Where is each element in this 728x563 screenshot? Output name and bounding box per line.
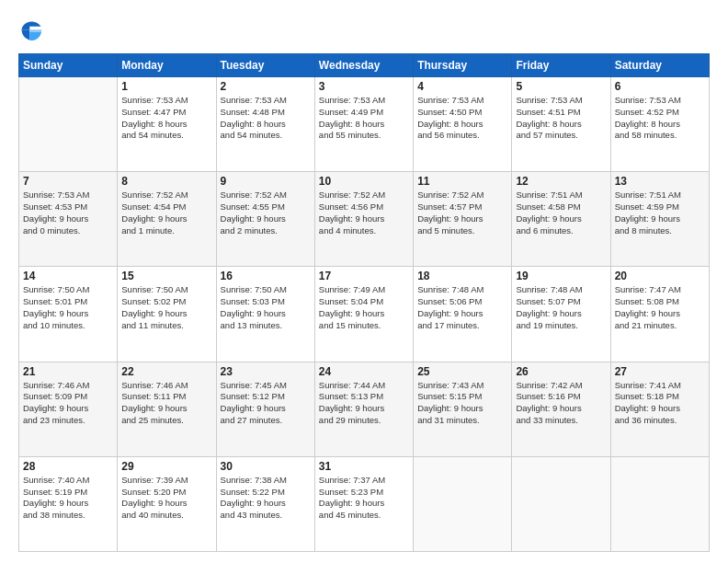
day-info: Sunrise: 7:45 AM Sunset: 5:12 PM Dayligh… [221, 380, 311, 427]
day-number: 28 [23, 460, 113, 473]
calendar-weekday-sunday: Sunday [19, 54, 118, 77]
day-number: 17 [319, 270, 409, 282]
calendar-cell: 24Sunrise: 7:44 AM Sunset: 5:13 PM Dayli… [314, 362, 413, 456]
day-info: Sunrise: 7:53 AM Sunset: 4:48 PM Dayligh… [221, 95, 311, 142]
day-info: Sunrise: 7:48 AM Sunset: 5:06 PM Dayligh… [417, 284, 507, 331]
calendar-cell: 16Sunrise: 7:50 AM Sunset: 5:03 PM Dayli… [216, 267, 314, 362]
day-info: Sunrise: 7:53 AM Sunset: 4:49 PM Dayligh… [319, 95, 409, 142]
day-number: 5 [516, 80, 606, 93]
calendar-cell: 12Sunrise: 7:51 AM Sunset: 4:58 PM Dayli… [512, 172, 610, 267]
calendar-cell: 2Sunrise: 7:53 AM Sunset: 4:48 PM Daylig… [216, 77, 314, 172]
day-info: Sunrise: 7:53 AM Sunset: 4:47 PM Dayligh… [121, 95, 211, 142]
day-info: Sunrise: 7:47 AM Sunset: 5:08 PM Dayligh… [615, 284, 705, 331]
day-number: 9 [221, 175, 311, 188]
calendar-cell: 17Sunrise: 7:49 AM Sunset: 5:04 PM Dayli… [314, 267, 413, 362]
day-number: 19 [516, 270, 606, 282]
day-info: Sunrise: 7:50 AM Sunset: 5:01 PM Dayligh… [23, 284, 113, 331]
calendar-cell: 6Sunrise: 7:53 AM Sunset: 4:52 PM Daylig… [610, 77, 709, 172]
calendar-cell: 30Sunrise: 7:38 AM Sunset: 5:22 PM Dayli… [216, 456, 314, 551]
calendar-cell: 29Sunrise: 7:39 AM Sunset: 5:20 PM Dayli… [118, 456, 216, 551]
day-info: Sunrise: 7:53 AM Sunset: 4:52 PM Dayligh… [615, 95, 705, 142]
calendar-cell: 10Sunrise: 7:52 AM Sunset: 4:56 PM Dayli… [314, 172, 413, 267]
day-info: Sunrise: 7:42 AM Sunset: 5:16 PM Dayligh… [516, 380, 606, 427]
day-info: Sunrise: 7:37 AM Sunset: 5:23 PM Dayligh… [319, 475, 409, 522]
day-info: Sunrise: 7:49 AM Sunset: 5:04 PM Dayligh… [319, 284, 409, 331]
day-info: Sunrise: 7:44 AM Sunset: 5:13 PM Dayligh… [319, 380, 409, 427]
day-info: Sunrise: 7:52 AM Sunset: 4:54 PM Dayligh… [121, 190, 211, 236]
calendar-cell: 1Sunrise: 7:53 AM Sunset: 4:47 PM Daylig… [118, 77, 216, 172]
day-number: 14 [23, 270, 113, 282]
day-number: 27 [615, 365, 705, 378]
calendar-cell: 23Sunrise: 7:45 AM Sunset: 5:12 PM Dayli… [216, 362, 314, 456]
day-info: Sunrise: 7:50 AM Sunset: 5:03 PM Dayligh… [221, 284, 311, 331]
day-info: Sunrise: 7:46 AM Sunset: 5:09 PM Dayligh… [23, 380, 113, 427]
day-number: 24 [319, 365, 409, 378]
calendar-cell [610, 456, 709, 551]
day-info: Sunrise: 7:50 AM Sunset: 5:02 PM Dayligh… [121, 284, 211, 331]
calendar-cell: 21Sunrise: 7:46 AM Sunset: 5:09 PM Dayli… [19, 362, 118, 456]
calendar-weekday-wednesday: Wednesday [314, 54, 413, 77]
day-number: 3 [319, 80, 409, 93]
day-number: 7 [23, 175, 113, 188]
calendar-week-row: 21Sunrise: 7:46 AM Sunset: 5:09 PM Dayli… [19, 362, 710, 456]
day-number: 30 [221, 460, 311, 473]
calendar-cell: 13Sunrise: 7:51 AM Sunset: 4:59 PM Dayli… [610, 172, 709, 267]
calendar-cell: 8Sunrise: 7:52 AM Sunset: 4:54 PM Daylig… [118, 172, 216, 267]
page: SundayMondayTuesdayWednesdayThursdayFrid… [0, 0, 728, 563]
calendar-cell: 22Sunrise: 7:46 AM Sunset: 5:11 PM Dayli… [118, 362, 216, 456]
calendar-cell: 15Sunrise: 7:50 AM Sunset: 5:02 PM Dayli… [118, 267, 216, 362]
calendar-cell: 4Sunrise: 7:53 AM Sunset: 4:50 PM Daylig… [414, 77, 512, 172]
day-info: Sunrise: 7:52 AM Sunset: 4:56 PM Dayligh… [319, 190, 409, 236]
calendar-cell [512, 456, 610, 551]
calendar-weekday-monday: Monday [118, 54, 216, 77]
day-number: 11 [417, 175, 507, 188]
day-number: 22 [121, 365, 211, 378]
day-number: 26 [516, 365, 606, 378]
calendar-header-row: SundayMondayTuesdayWednesdayThursdayFrid… [19, 54, 710, 77]
day-info: Sunrise: 7:41 AM Sunset: 5:18 PM Dayligh… [615, 380, 705, 427]
day-number: 18 [417, 270, 507, 282]
calendar-cell: 14Sunrise: 7:50 AM Sunset: 5:01 PM Dayli… [19, 267, 118, 362]
day-number: 16 [221, 270, 311, 282]
day-info: Sunrise: 7:52 AM Sunset: 4:55 PM Dayligh… [221, 190, 311, 236]
logo-icon [18, 18, 44, 44]
day-info: Sunrise: 7:51 AM Sunset: 4:59 PM Dayligh… [615, 190, 705, 236]
day-info: Sunrise: 7:38 AM Sunset: 5:22 PM Dayligh… [221, 475, 311, 522]
day-info: Sunrise: 7:53 AM Sunset: 4:50 PM Dayligh… [417, 95, 507, 142]
day-number: 4 [417, 80, 507, 93]
calendar-cell: 28Sunrise: 7:40 AM Sunset: 5:19 PM Dayli… [19, 456, 118, 551]
day-number: 6 [615, 80, 705, 93]
day-number: 15 [121, 270, 211, 282]
calendar-week-row: 14Sunrise: 7:50 AM Sunset: 5:01 PM Dayli… [19, 267, 710, 362]
day-info: Sunrise: 7:51 AM Sunset: 4:58 PM Dayligh… [516, 190, 606, 236]
day-info: Sunrise: 7:53 AM Sunset: 4:53 PM Dayligh… [23, 190, 113, 236]
day-number: 21 [23, 365, 113, 378]
calendar-cell: 9Sunrise: 7:52 AM Sunset: 4:55 PM Daylig… [216, 172, 314, 267]
calendar-cell: 7Sunrise: 7:53 AM Sunset: 4:53 PM Daylig… [19, 172, 118, 267]
day-number: 10 [319, 175, 409, 188]
day-info: Sunrise: 7:52 AM Sunset: 4:57 PM Dayligh… [417, 190, 507, 236]
calendar-table: SundayMondayTuesdayWednesdayThursdayFrid… [18, 53, 710, 552]
day-number: 23 [221, 365, 311, 378]
calendar-cell: 3Sunrise: 7:53 AM Sunset: 4:49 PM Daylig… [314, 77, 413, 172]
day-number: 29 [121, 460, 211, 473]
day-number: 12 [516, 175, 606, 188]
day-info: Sunrise: 7:53 AM Sunset: 4:51 PM Dayligh… [516, 95, 606, 142]
day-number: 31 [319, 460, 409, 473]
day-info: Sunrise: 7:48 AM Sunset: 5:07 PM Dayligh… [516, 284, 606, 331]
calendar-cell: 19Sunrise: 7:48 AM Sunset: 5:07 PM Dayli… [512, 267, 610, 362]
calendar-weekday-friday: Friday [512, 54, 610, 77]
calendar-cell: 25Sunrise: 7:43 AM Sunset: 5:15 PM Dayli… [414, 362, 512, 456]
logo [18, 18, 46, 44]
calendar-week-row: 28Sunrise: 7:40 AM Sunset: 5:19 PM Dayli… [19, 456, 710, 551]
day-number: 1 [121, 80, 211, 93]
calendar-cell: 26Sunrise: 7:42 AM Sunset: 5:16 PM Dayli… [512, 362, 610, 456]
calendar-weekday-saturday: Saturday [610, 54, 709, 77]
day-number: 20 [615, 270, 705, 282]
calendar-cell: 27Sunrise: 7:41 AM Sunset: 5:18 PM Dayli… [610, 362, 709, 456]
day-info: Sunrise: 7:43 AM Sunset: 5:15 PM Dayligh… [417, 380, 507, 427]
calendar-cell [414, 456, 512, 551]
calendar-cell: 18Sunrise: 7:48 AM Sunset: 5:06 PM Dayli… [414, 267, 512, 362]
calendar-cell: 31Sunrise: 7:37 AM Sunset: 5:23 PM Dayli… [314, 456, 413, 551]
calendar-cell: 11Sunrise: 7:52 AM Sunset: 4:57 PM Dayli… [414, 172, 512, 267]
